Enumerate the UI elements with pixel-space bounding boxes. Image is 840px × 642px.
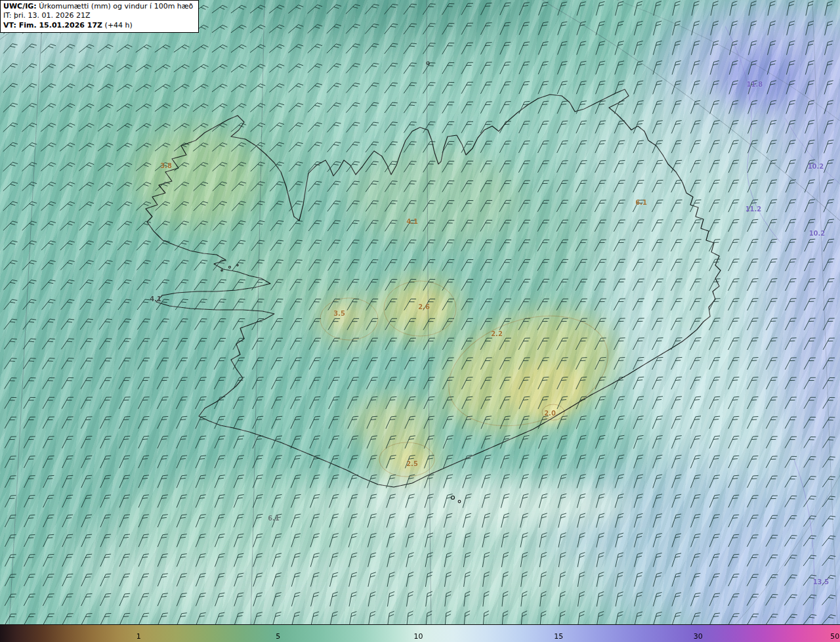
valid-time-line: VT: Fim. 15.01.2026 17Z (+44 h) [3,21,193,30]
init-time: IT: þri. 13. 01. 2026 21Z [3,11,193,20]
map-title-line: UWC/IG: Úrkomumætti (mm) og vindur í 100… [3,2,193,11]
valid-offset: (+44 h) [102,21,133,30]
title-box: UWC/IG: Úrkomumætti (mm) og vindur í 100… [0,0,199,33]
colorbar-tick: 30 [694,633,703,640]
colorbar-ticks: 1510153050 [0,625,840,642]
valid-time: VT: Fim. 15.01.2026 17Z [3,21,102,30]
colorbar-tick: 1 [136,633,141,640]
wind-barbs [3,1,836,625]
colorbar-tick: 5 [276,633,280,640]
weather-map: 3.84.16.111.810.211.210.24.13.52.62.22.0… [0,0,840,625]
map-title: Úrkomumætti (mm) og vindur í 100m hæð [37,2,194,11]
colorbar-tick: 10 [413,633,423,640]
colorbar: 1510153050 [0,624,840,642]
model-label: UWC/IG: [3,2,37,11]
colorbar-tick: 15 [554,633,563,640]
colorbar-tick: 50 [830,633,839,640]
wind-barbs-layer [0,0,840,625]
